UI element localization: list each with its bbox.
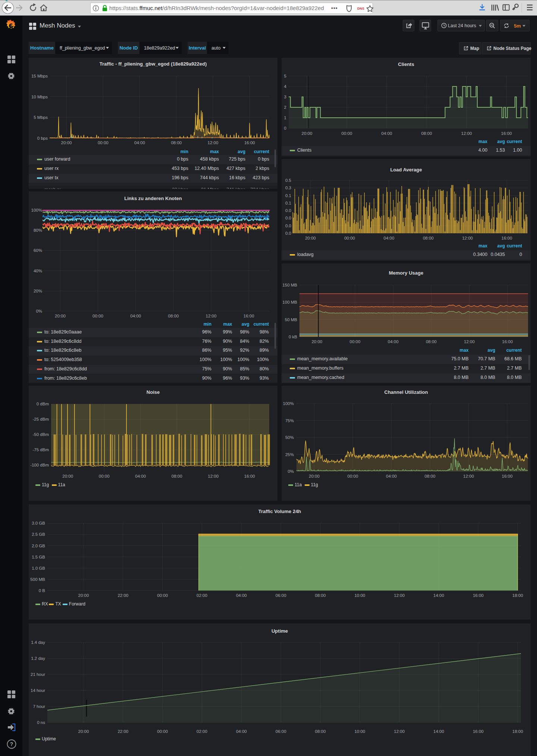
svg-text:04:00: 04:00 (134, 140, 145, 145)
svg-text:0 kB: 0 kB (289, 335, 297, 339)
svg-text:20:00: 20:00 (309, 474, 320, 478)
svg-text:06:00: 06:00 (276, 729, 286, 734)
svg-text:00:00: 00:00 (157, 729, 168, 734)
svg-text:10:00: 10:00 (354, 729, 365, 734)
svg-text:12:00: 12:00 (208, 474, 219, 478)
svg-text:0: 0 (284, 126, 286, 130)
svg-text:-75 dBm: -75 dBm (33, 447, 49, 452)
svg-text:80%: 80% (34, 228, 42, 233)
svg-text:100 MB: 100 MB (282, 300, 297, 304)
svg-text:10 Mbps: 10 Mbps (31, 95, 48, 99)
svg-text:2.5 GB: 2.5 GB (32, 532, 45, 537)
svg-text:12:00: 12:00 (208, 140, 219, 145)
svg-text:21 hour: 21 hour (31, 672, 45, 677)
svg-text:08:00: 08:00 (421, 131, 432, 136)
svg-text:14 hour: 14 hour (31, 688, 45, 693)
svg-text:0 bps: 0 bps (37, 136, 48, 140)
svg-text:08:00: 08:00 (168, 314, 179, 318)
svg-text:08:00: 08:00 (423, 236, 434, 240)
svg-text:0 B: 0 B (39, 588, 45, 593)
svg-text:75%: 75% (285, 418, 294, 423)
svg-text:04:00: 04:00 (236, 729, 247, 734)
svg-text:0 ns: 0 ns (37, 720, 45, 725)
svg-text:08:00: 08:00 (315, 593, 326, 598)
svg-text:08:00: 08:00 (315, 729, 326, 734)
svg-text:16:00: 16:00 (244, 314, 254, 318)
svg-text:40%: 40% (34, 269, 42, 273)
svg-text:00:00: 00:00 (344, 236, 355, 240)
svg-text:7 hour: 7 hour (33, 704, 45, 709)
svg-text:00:00: 00:00 (92, 314, 103, 318)
svg-text:50 MB: 50 MB (285, 317, 298, 322)
svg-text:0.3: 0.3 (285, 186, 291, 190)
svg-text:3: 3 (284, 95, 286, 99)
svg-text:0 dBm: 0 dBm (37, 402, 49, 406)
svg-text:20:00: 20:00 (78, 729, 89, 734)
svg-text:22:00: 22:00 (117, 593, 128, 598)
svg-text:DNS: DNS (357, 7, 364, 10)
svg-text:50%: 50% (285, 435, 294, 440)
svg-text:0.1: 0.1 (285, 193, 291, 198)
svg-text:100%: 100% (31, 208, 42, 212)
svg-text:60%: 60% (34, 248, 42, 253)
svg-text:20:00: 20:00 (55, 314, 66, 318)
svg-text:3.0 GB: 3.0 GB (32, 521, 45, 525)
svg-text:16:00: 16:00 (473, 729, 484, 734)
svg-text:0.0: 0.0 (285, 216, 291, 220)
svg-text:1.4 day: 1.4 day (31, 640, 45, 645)
svg-text:150 MB: 150 MB (282, 283, 297, 287)
svg-text:-50 dBm: -50 dBm (33, 432, 49, 437)
svg-text:?: ? (10, 741, 13, 747)
svg-text:12:00: 12:00 (394, 729, 405, 734)
svg-text:14:00: 14:00 (433, 593, 444, 598)
svg-text:02:00: 02:00 (197, 729, 207, 734)
svg-text:0%: 0% (36, 309, 42, 313)
svg-text:08:00: 08:00 (171, 140, 182, 145)
svg-text:12:00: 12:00 (463, 474, 474, 478)
svg-text:04:00: 04:00 (384, 236, 395, 240)
svg-text:00:00: 00:00 (342, 131, 352, 136)
svg-text:04:00: 04:00 (130, 314, 141, 318)
svg-text:16:00: 16:00 (502, 236, 512, 240)
svg-text:02:00: 02:00 (197, 593, 207, 598)
svg-text:100%: 100% (283, 401, 294, 406)
svg-text:0.0: 0.0 (285, 208, 291, 213)
svg-text:00:00: 00:00 (99, 474, 110, 478)
svg-text:20:00: 20:00 (78, 593, 89, 598)
svg-text:-25 dBm: -25 dBm (33, 417, 49, 421)
svg-text:04:00: 04:00 (388, 339, 399, 344)
svg-text:0.1: 0.1 (285, 201, 291, 205)
svg-text:12:00: 12:00 (394, 593, 405, 598)
svg-text:20:00: 20:00 (61, 140, 72, 145)
svg-text:15 Mbps: 15 Mbps (31, 74, 48, 78)
svg-text:16:00: 16:00 (502, 339, 513, 344)
svg-text:12:00: 12:00 (464, 339, 475, 344)
svg-text:06:00: 06:00 (276, 593, 286, 598)
svg-text:0.0: 0.0 (285, 231, 291, 235)
svg-text:04:00: 04:00 (236, 593, 247, 598)
svg-text:16:00: 16:00 (244, 140, 255, 145)
svg-text:4: 4 (284, 84, 287, 89)
svg-text:20:00: 20:00 (302, 131, 313, 136)
svg-text:18:00: 18:00 (512, 729, 523, 734)
svg-text:08:00: 08:00 (425, 474, 436, 478)
svg-text:22:00: 22:00 (117, 729, 128, 734)
svg-text:12:00: 12:00 (461, 131, 472, 136)
svg-text:00:00: 00:00 (98, 140, 109, 145)
svg-text:25%: 25% (285, 452, 294, 457)
svg-text:500 MB: 500 MB (30, 577, 45, 582)
svg-text:00:00: 00:00 (157, 593, 168, 598)
svg-text:20:00: 20:00 (311, 339, 322, 344)
svg-text:5 Mbps: 5 Mbps (34, 115, 48, 120)
svg-text:04:00: 04:00 (386, 474, 397, 478)
svg-text:08:00: 08:00 (426, 339, 437, 344)
svg-text:16:00: 16:00 (501, 131, 512, 136)
svg-text:18:00: 18:00 (512, 593, 523, 598)
svg-text:-100 dBm: -100 dBm (30, 463, 49, 467)
svg-text:10:00: 10:00 (354, 593, 365, 598)
svg-text:00:00: 00:00 (350, 339, 361, 344)
svg-text:20:00: 20:00 (305, 236, 316, 240)
svg-text:04:00: 04:00 (135, 474, 146, 478)
svg-text:20:00: 20:00 (62, 474, 73, 478)
svg-text:2.0 GB: 2.0 GB (32, 544, 45, 548)
